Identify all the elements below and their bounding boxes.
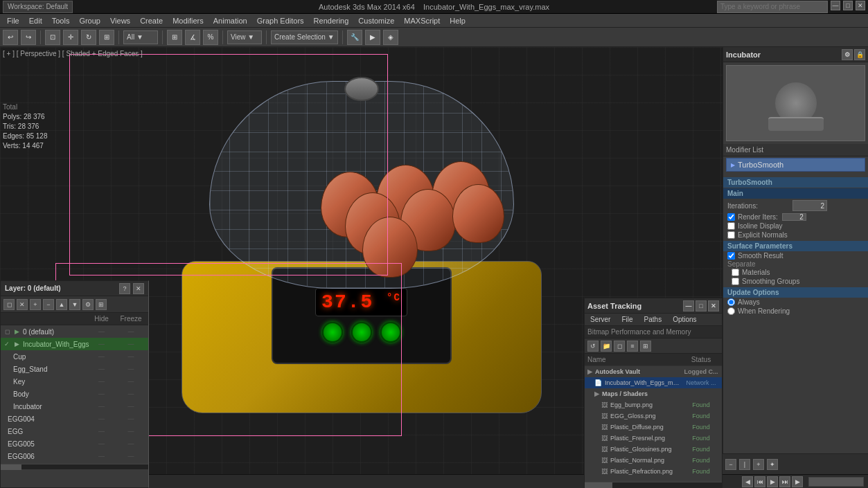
status-btn-4[interactable]: ⏭ (779, 476, 790, 487)
layer-key[interactable]: Key — — (1, 375, 148, 388)
always-radio[interactable] (727, 298, 735, 306)
asset-list-btn[interactable]: ≡ (627, 341, 638, 352)
render-iters-check[interactable] (727, 213, 735, 221)
workspace-dropdown[interactable]: Workspace: Default (3, 1, 73, 13)
percent-snap-button[interactable]: % (203, 30, 218, 45)
smooth-result-check[interactable] (727, 252, 735, 260)
layer-cup[interactable]: Cup — — (1, 350, 148, 363)
bottom-btn-3[interactable]: + (753, 459, 764, 470)
asset-menu-server[interactable]: Server (587, 316, 613, 323)
layer-0-default[interactable]: ◻ ▶ 0 (default) — — (1, 325, 148, 338)
bottom-btn-1[interactable]: − (725, 459, 736, 470)
timeline-input[interactable] (808, 477, 864, 487)
status-btn-1[interactable]: ◀ (742, 476, 753, 487)
asset-plastic-normal[interactable]: 🖼 Plastic_Normal.png Found (585, 455, 722, 466)
create-selection-dropdown[interactable]: Create Selection ▼ (271, 30, 338, 44)
layer-egg004[interactable]: EGG004 — — (1, 413, 148, 425)
menu-animation[interactable]: Animation (209, 15, 251, 26)
menu-graph-editors[interactable]: Graph Editors (253, 15, 308, 26)
asset-plastic-glossines[interactable]: 🖼 Plastic_Glossines.png Found (585, 444, 722, 455)
close-button[interactable]: ✕ (856, 1, 865, 10)
modifier-turbosmoothh[interactable]: TurboSmooth (726, 158, 865, 172)
layer-body[interactable]: Body — — (1, 388, 148, 400)
layers-delete-btn[interactable]: ✕ (17, 299, 28, 310)
render-button[interactable]: ▶ (365, 30, 380, 45)
status-btn-3[interactable]: ▶ (767, 476, 778, 487)
explicit-normals-check[interactable] (727, 231, 735, 239)
menu-create[interactable]: Create (136, 15, 167, 26)
panel-icon-btn[interactable]: ⚙ (842, 49, 853, 60)
layers-new-btn[interactable]: ◻ (3, 299, 15, 310)
menu-tools[interactable]: Tools (48, 15, 74, 26)
asset-grid-btn[interactable]: ⊞ (640, 341, 651, 352)
menu-edit[interactable]: Edit (25, 15, 46, 26)
bottom-btn-2[interactable]: | (739, 459, 750, 470)
select-button[interactable]: ⊡ (45, 30, 60, 45)
scale-button[interactable]: ⊞ (99, 30, 114, 45)
move-button[interactable]: ✛ (63, 30, 78, 45)
layers-scroll-thumb[interactable] (1, 464, 21, 470)
layers-close-button[interactable]: ✕ (133, 283, 144, 294)
menu-file[interactable]: File (3, 15, 24, 26)
asset-maps-shaders[interactable]: ▶ Maps / Shaders (585, 388, 722, 399)
status-btn-2[interactable]: ⏮ (754, 476, 765, 487)
layers-remove-btn[interactable]: − (43, 299, 54, 310)
search-input[interactable] (717, 1, 828, 13)
asset-plastic-diffuse[interactable]: 🖼 Plastic_Diffuse.png Found (585, 422, 722, 433)
materials-check[interactable] (732, 269, 739, 276)
menu-maxscript[interactable]: MAXScript (400, 15, 444, 26)
layer-incubator-sub[interactable]: Incubator — — (1, 400, 148, 413)
snap-button[interactable]: ⊞ (167, 30, 182, 45)
menu-group[interactable]: Group (75, 15, 105, 26)
asset-reload-btn[interactable]: ↺ (587, 341, 599, 352)
menu-modifiers[interactable]: Modifiers (168, 15, 208, 26)
asset-plastic-fresnel[interactable]: 🖼 Plastic_Fresnel.png Found (585, 433, 722, 444)
asset-autodesk-vault[interactable]: ▶ Autodesk Vault Logged C... (585, 366, 722, 377)
smoothing-groups-check[interactable] (732, 278, 739, 285)
render-iters-input[interactable] (782, 213, 806, 221)
asset-close-btn[interactable]: ✕ (708, 300, 719, 311)
layer-egg[interactable]: EGG — — (1, 425, 148, 437)
layer-egg006[interactable]: EGG006 — — (1, 450, 148, 462)
material-editor-button[interactable]: ◈ (383, 30, 398, 45)
asset-minimize-btn[interactable]: — (683, 300, 694, 311)
asset-scroll-thumb[interactable] (585, 482, 612, 488)
bottom-btn-4[interactable]: ✦ (767, 459, 778, 470)
layers-move-down-btn[interactable]: ▼ (69, 299, 80, 310)
layers-settings-btn[interactable]: ⚙ (82, 299, 94, 310)
asset-egg-bump[interactable]: 🖼 Egg_bump.png Found (585, 399, 722, 410)
menu-customize[interactable]: Customize (354, 15, 398, 26)
angle-snap-button[interactable]: ∡ (185, 30, 200, 45)
redo-button[interactable]: ↪ (21, 30, 36, 45)
layers-scrollbar[interactable] (1, 464, 148, 469)
asset-menu-paths[interactable]: Paths (641, 316, 665, 323)
menu-help[interactable]: Help (445, 15, 470, 26)
menu-views[interactable]: Views (106, 15, 134, 26)
view-dropdown[interactable]: View ▼ (227, 30, 262, 44)
isoline-check[interactable] (727, 222, 735, 230)
asset-scrollbar[interactable] (585, 482, 722, 487)
layers-expand-btn[interactable]: ⊞ (96, 299, 107, 310)
rotate-button[interactable]: ↻ (81, 30, 96, 45)
asset-maximize-btn[interactable]: □ (696, 300, 707, 311)
layer-incubator[interactable]: ✓ ▶ Incubator_With_Eggs — — (1, 338, 148, 350)
status-btn-5[interactable]: ▶ (792, 476, 803, 487)
all-dropdown[interactable]: All ▼ (123, 30, 158, 44)
asset-copy-btn[interactable]: ◻ (614, 341, 625, 352)
when-rendering-radio[interactable] (727, 307, 735, 315)
asset-egg-gloss[interactable]: 🖼 EGG_Gloss.png Found (585, 410, 722, 422)
panel-lock-btn[interactable]: 🔒 (854, 49, 865, 60)
layers-help-button[interactable]: ? (119, 283, 130, 294)
render-setup-button[interactable]: 🔧 (347, 30, 362, 45)
iterations-input[interactable]: 2 (792, 200, 827, 211)
layers-add-btn[interactable]: + (30, 299, 41, 310)
asset-menu-file[interactable]: File (619, 316, 635, 323)
asset-incubator-file[interactable]: 📄 Incubator_With_Eggs_max_vray.max Netwo… (585, 377, 722, 388)
asset-locate-btn[interactable]: 📁 (601, 341, 612, 352)
layers-move-up-btn[interactable]: ▲ (56, 299, 67, 310)
maximize-button[interactable]: □ (843, 1, 853, 10)
menu-rendering[interactable]: Rendering (310, 15, 353, 26)
layer-egg005[interactable]: EGG005 — — (1, 437, 148, 450)
layer-egg-stand[interactable]: Egg_Stand — — (1, 363, 148, 375)
asset-menu-options[interactable]: Options (670, 316, 699, 323)
